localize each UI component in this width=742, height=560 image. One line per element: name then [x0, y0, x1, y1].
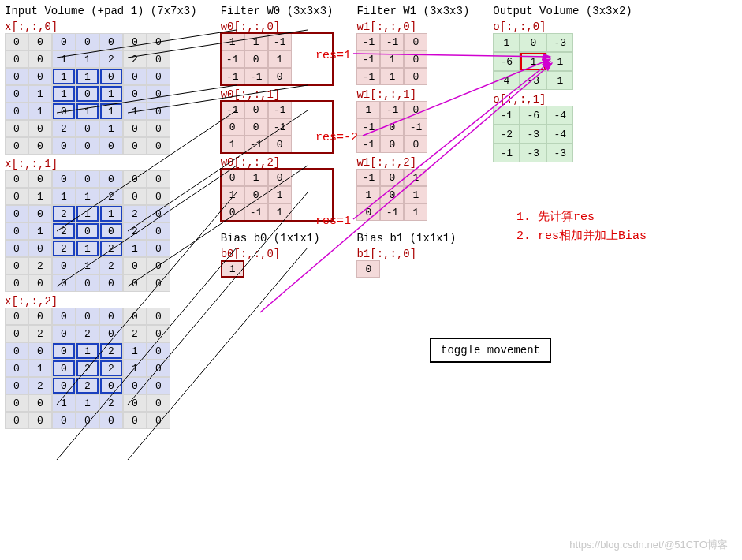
toggle-movement-button[interactable]: toggle movement	[430, 338, 551, 363]
cell: 0	[52, 412, 76, 429]
cell: 0	[147, 205, 170, 222]
cell: -1	[244, 136, 268, 153]
cell: 1	[28, 360, 52, 377]
slice-label: w0[:,:,1]	[221, 88, 334, 101]
cell: 0	[5, 377, 28, 394]
cell: 0	[147, 85, 170, 103]
cell: 2	[52, 205, 76, 222]
cell: 0	[5, 257, 28, 274]
cell: 1	[99, 85, 123, 103]
cell: 0	[5, 360, 28, 377]
cell: 0	[99, 325, 123, 342]
filter-w0-title: Filter W0 (3x3x3)	[221, 5, 334, 17]
cell: 1	[52, 188, 76, 205]
cell: 0	[147, 325, 170, 342]
cell: -1	[356, 118, 380, 136]
cell: 2	[76, 377, 99, 394]
cell: 0	[99, 33, 123, 50]
cell: 0	[5, 85, 28, 103]
cell: 0	[52, 103, 76, 120]
cell: -1	[356, 136, 380, 153]
bias-grid: 1	[221, 260, 334, 278]
cell: -2	[493, 125, 520, 144]
cell: 0	[99, 170, 123, 188]
cell: 0	[123, 308, 147, 325]
cell: 0	[76, 308, 99, 325]
cell: 0	[221, 169, 244, 186]
cell: 0	[52, 377, 76, 394]
cell: 1	[99, 103, 123, 120]
cell: 0	[221, 203, 244, 221]
cell: -1	[244, 68, 268, 85]
cell: 0	[5, 274, 28, 292]
cell: -1	[268, 101, 292, 118]
cell: 0	[28, 120, 52, 137]
cell: 0	[147, 120, 170, 137]
slice-label: w0[:,:,0]	[221, 21, 334, 33]
note-2: 2. res相加并加上Bias	[516, 227, 647, 246]
cell: 1	[404, 203, 427, 221]
cell: 0	[28, 308, 52, 325]
cell: -1	[493, 106, 520, 125]
cell: 1	[52, 68, 76, 85]
input-title: Input Volume (+pad 1) (7x7x3)	[5, 5, 197, 17]
cell: -1	[221, 68, 244, 85]
input-volume-column: Input Volume (+pad 1) (7x7x3) x[:,:,0]00…	[5, 5, 197, 431]
cell: 2	[52, 240, 76, 257]
cell: 0	[147, 412, 170, 429]
cell: 0	[5, 68, 28, 85]
cell: 1	[99, 205, 123, 222]
cell: 0	[123, 412, 147, 429]
cell: 2	[99, 342, 123, 360]
cell: 1	[28, 188, 52, 205]
cell: -1	[221, 101, 244, 118]
res-label-1: res=-2	[315, 131, 358, 144]
cell: 1	[76, 205, 99, 222]
cell: 0	[76, 120, 99, 137]
cell: 0	[76, 33, 99, 50]
cell: 1	[123, 360, 147, 377]
cell: 0	[147, 308, 170, 325]
note-1: 1. 先计算res	[516, 208, 647, 227]
cell: 0	[147, 33, 170, 50]
cell: 0	[268, 136, 292, 153]
slice-label: o[:,:,1]	[493, 93, 632, 106]
cell: 0	[244, 50, 268, 68]
bias-grid: 0	[356, 260, 469, 278]
cell: 0	[268, 169, 292, 186]
grid: 10-3-6114-31	[493, 33, 632, 90]
cell: 0	[123, 377, 147, 394]
cell: 0	[52, 342, 76, 360]
cell: 0	[5, 308, 28, 325]
cell: 2	[99, 394, 123, 412]
cell: 0	[147, 50, 170, 68]
cell: 0	[123, 137, 147, 155]
bias-title: Bias b0 (1x1x1)	[221, 232, 334, 245]
cell: 0	[5, 412, 28, 429]
cell: 0	[147, 170, 170, 188]
cell: 0	[5, 137, 28, 155]
slice-label: x[:,:,1]	[5, 158, 197, 170]
cell: 0	[5, 240, 28, 257]
cell: 0	[268, 68, 292, 85]
cell: 0	[244, 118, 268, 136]
cell: -3	[520, 144, 546, 162]
cell: 1	[356, 186, 380, 203]
cell: 0	[5, 120, 28, 137]
cell: 1	[28, 222, 52, 240]
diagram-root: { "input": { "title": "Input Volume (+pa…	[0, 0, 742, 560]
cell: 0	[76, 274, 99, 292]
cell: 1	[123, 103, 147, 120]
cell: 0	[76, 85, 99, 103]
cell: 2	[76, 360, 99, 377]
slice-label: b1[:,:,0]	[356, 248, 469, 260]
cell: -1	[268, 33, 292, 50]
grid: -1011010-11	[356, 169, 469, 221]
cell: 0	[520, 33, 546, 52]
cell: 0	[5, 50, 28, 68]
cell: 0	[5, 170, 28, 188]
cell: 2	[99, 240, 123, 257]
grid: 0000000001122000110000110100010111000201…	[5, 33, 197, 155]
cell: 1	[493, 33, 520, 52]
slice-label: o[:,:,0]	[493, 21, 632, 33]
